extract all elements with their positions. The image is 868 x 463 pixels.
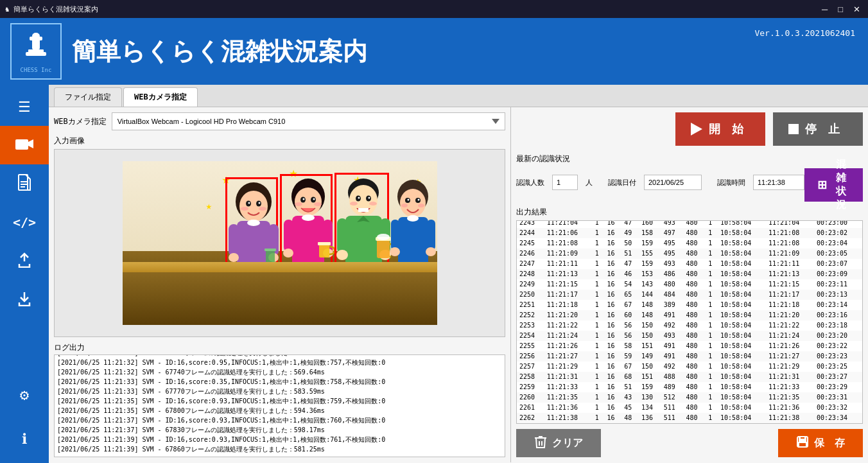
results-table: 223711:20:5311641157510480110:58:0411:20… — [517, 220, 862, 423]
close-button[interactable]: ✕ — [851, 4, 863, 14]
tab-bar: ファイル指定 WEBカメラ指定 — [49, 85, 868, 107]
sidebar-item-upload[interactable] — [0, 241, 49, 280]
file-icon — [17, 174, 31, 194]
table-row: 225611:21:2711659149491480110:58:0411:21… — [517, 351, 862, 362]
svg-point-57 — [336, 250, 348, 260]
time-label: 認識時間 — [717, 178, 745, 188]
clear-button[interactable]: クリア — [516, 429, 601, 457]
log-entry: [2021/06/25 11:21:39] SVM - 67860フレームの認識… — [57, 444, 502, 454]
maximize-button[interactable]: □ — [835, 4, 846, 14]
version-label: Ver.1.0.3.2021062401 — [754, 28, 855, 38]
svg-point-69 — [418, 204, 424, 207]
svg-point-17 — [258, 202, 260, 204]
trash-icon — [534, 435, 547, 451]
svg-rect-1 — [28, 49, 44, 53]
log-entry: [2021/06/25 11:21:32] SVM - 67740フレームの認識… — [57, 367, 502, 377]
download-icon — [17, 290, 31, 310]
company-label: CHESS Inc — [21, 67, 52, 73]
people-unit: 人 — [586, 178, 593, 188]
app-title: 簡単らくらく混雑状況案内 — [72, 35, 858, 68]
tab-webcam[interactable]: WEBカメラ指定 — [123, 87, 198, 107]
save-icon — [796, 435, 809, 451]
svg-rect-6 — [15, 139, 28, 150]
results-table-container[interactable]: 223711:20:5311641157510480110:58:0411:20… — [516, 220, 863, 424]
start-button[interactable]: 開 始 — [675, 112, 765, 146]
table-row: 226011:21:3511643130512480110:58:0411:21… — [517, 392, 862, 403]
star-decoration: ★ — [206, 200, 213, 212]
svg-point-32 — [302, 198, 304, 200]
left-panel: WEBカメラ指定 VirtualBox Webcam - Logicool HD… — [49, 107, 511, 462]
svg-rect-70 — [398, 217, 428, 268]
svg-point-75 — [426, 247, 436, 256]
sidebar-item-info[interactable]: ℹ — [0, 419, 49, 458]
status-section: 最新の認識状況 認識人数 人 認識日付 認識時間 — [516, 153, 863, 207]
sidebar-item-camera[interactable] — [0, 126, 49, 164]
header: CHESS Inc 簡単らくらく混雑状況案内 Ver.1.0.3.2021062… — [0, 18, 868, 85]
table-row: 224411:21:0611649158497480110:58:0411:21… — [517, 228, 862, 238]
svg-point-67 — [417, 199, 419, 201]
chess-logo-icon — [21, 30, 51, 66]
log-section-label: ログ出力 — [54, 342, 505, 353]
input-image-area: ★ ★ ★ ★ ★ ★ — [54, 149, 505, 337]
svg-point-34 — [295, 202, 302, 206]
svg-rect-80 — [799, 442, 806, 447]
svg-point-68 — [401, 204, 408, 207]
sidebar-item-settings[interactable]: ⚙ — [0, 376, 49, 414]
table-row: 225311:21:2211656150492480110:58:0411:21… — [517, 320, 862, 331]
info-icon: ℹ — [22, 431, 27, 447]
sidebar-item-menu[interactable]: ☰ — [0, 87, 49, 126]
logo-area: CHESS Inc — [10, 23, 62, 80]
bottom-buttons: クリア 保 存 — [516, 429, 863, 457]
svg-point-24 — [229, 253, 239, 262]
table-row: 224511:21:0811650159495480110:58:0411:21… — [517, 238, 862, 249]
svg-rect-59 — [377, 239, 390, 258]
svg-point-71 — [407, 215, 419, 222]
table-row: 225511:21:2611658151491480110:58:0411:21… — [517, 341, 862, 351]
people-label: 認識人数 — [516, 178, 544, 188]
right-panel: 開 始 停 止 最新の認識状況 認識人数 人 認識日付 — [511, 107, 868, 462]
title-bar: ♞ 簡単らくらく混雑状況案内 ─ □ ✕ — [0, 0, 868, 18]
congestion-button[interactable]: ⊞ 混雑状況 — [804, 168, 863, 202]
svg-point-66 — [407, 199, 409, 201]
webcam-select[interactable]: VirtualBox Webcam - Logicool HD Pro Webc… — [112, 112, 505, 130]
webcam-label: WEBカメラ指定 — [54, 116, 107, 127]
log-output[interactable]: [2021/06/25 11:21:28] SVM - 67680フレームの認識… — [54, 354, 505, 457]
sidebar-item-code[interactable]: </> — [0, 203, 49, 241]
settings-icon: ⚙ — [20, 386, 29, 404]
results-label: 出力結果 — [516, 207, 863, 218]
webcam-selector-row: WEBカメラ指定 VirtualBox Webcam - Logicool HD… — [54, 112, 505, 130]
log-entry: [2021/06/25 11:21:33] SVM - ID:16,score:… — [57, 377, 502, 387]
stop-button[interactable]: 停 止 — [773, 112, 863, 146]
sidebar: ☰ </> — [0, 85, 49, 463]
table-row: 225111:21:1811667148389480110:58:0411:21… — [517, 300, 862, 310]
menu-icon: ☰ — [18, 99, 31, 115]
window-controls[interactable]: ─ □ ✕ — [819, 4, 863, 14]
svg-rect-42 — [319, 243, 329, 258]
svg-point-5 — [34, 33, 38, 37]
save-button[interactable]: 保 存 — [778, 429, 863, 457]
title-bar-title: ♞ 簡単らくらく混雑状況案内 — [5, 4, 98, 14]
table-row: 224311:21:0411647160493480110:58:0411:21… — [517, 220, 862, 228]
date-label: 認識日付 — [608, 178, 636, 188]
minimize-button[interactable]: ─ — [819, 4, 830, 14]
status-fields: 認識人数 人 認識日付 認識時間 — [516, 175, 804, 190]
svg-point-40 — [283, 249, 293, 258]
svg-point-37 — [302, 214, 315, 221]
log-entry: [2021/06/25 11:21:39] SVM - ID:16,score:… — [57, 435, 502, 444]
date-input[interactable] — [644, 175, 702, 190]
table-row: 225811:21:3111668151488480110:58:0411:21… — [517, 372, 862, 382]
log-entry: [2021/06/25 11:21:35] SVM - 67800フレームの認識… — [57, 406, 502, 415]
status-section-label: 最新の認識状況 — [516, 153, 863, 164]
table-row: 224611:21:0911651155495480110:58:0411:21… — [517, 249, 862, 259]
code-icon: </> — [13, 214, 36, 230]
table-row: 226111:21:3611645134511480110:58:0411:21… — [517, 403, 862, 413]
time-input[interactable] — [753, 175, 804, 190]
svg-point-35 — [314, 202, 322, 206]
sidebar-item-download[interactable] — [0, 280, 49, 319]
svg-point-19 — [259, 207, 266, 211]
tab-file[interactable]: ファイル指定 — [54, 87, 122, 107]
sidebar-item-file[interactable] — [0, 164, 49, 203]
svg-point-51 — [369, 202, 377, 205]
people-count-input[interactable] — [552, 175, 578, 190]
svg-point-18 — [241, 207, 248, 211]
